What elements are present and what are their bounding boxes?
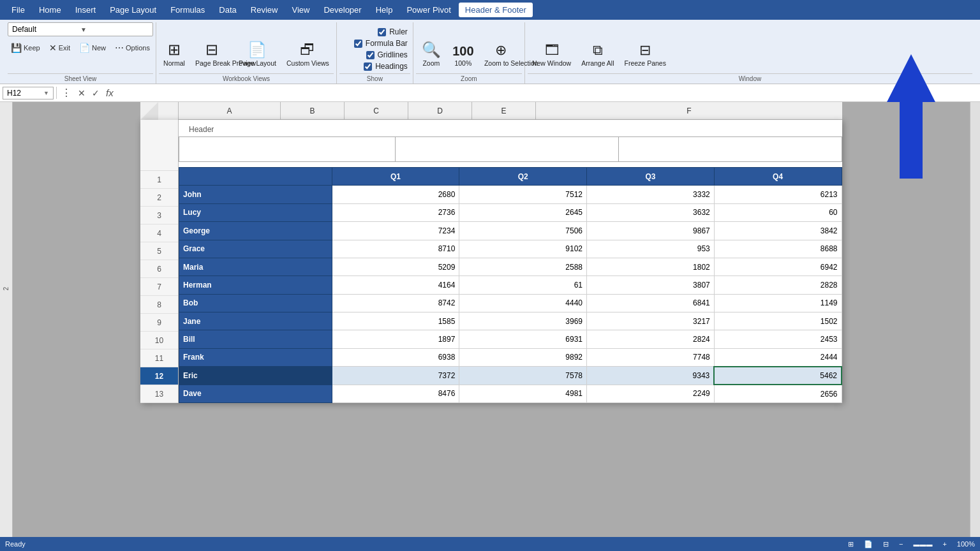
left-indicator-text: 2 bbox=[3, 287, 10, 291]
page-break-preview-button[interactable]: ⊟ Page Break Preview bbox=[191, 39, 233, 71]
insert-function-button[interactable]: fx bbox=[104, 87, 115, 98]
normal-view-icon: ⊞ bbox=[168, 42, 181, 57]
new-icon: 📄 bbox=[79, 43, 90, 53]
new-button[interactable]: 📄 New bbox=[76, 41, 109, 54]
table-header-row: Q1 Q2 Q3 Q4 bbox=[179, 168, 842, 186]
menu-bar: File Home Insert Page Layout Formulas Da… bbox=[0, 0, 980, 20]
arrange-all-icon: ⧉ bbox=[593, 43, 603, 57]
formula-bar-checkbox-row[interactable]: Formula Bar bbox=[354, 39, 408, 48]
name-box[interactable]: H12 ▼ bbox=[3, 87, 54, 99]
options-icon: ⋯ bbox=[115, 43, 124, 53]
keep-button[interactable]: 💾 Keep bbox=[8, 41, 43, 54]
cancel-formula-button[interactable]: ✕ bbox=[76, 88, 87, 98]
new-window-label: New Window bbox=[532, 59, 571, 68]
zoom-icon: 🔍 bbox=[422, 42, 441, 57]
arrange-all-button[interactable]: ⧉ Arrange All bbox=[577, 40, 618, 71]
menu-page-layout[interactable]: Page Layout bbox=[103, 3, 163, 17]
keep-icon: 💾 bbox=[11, 43, 22, 53]
table-row[interactable]: Herman 4164 61 3807 2828 bbox=[179, 276, 842, 294]
ruler-checkbox-row[interactable]: Ruler bbox=[378, 27, 408, 36]
formula-bar-buttons: ⋮ ✕ ✓ fx bbox=[56, 87, 118, 99]
menu-file[interactable]: File bbox=[5, 3, 31, 17]
formula-options-icon[interactable]: ⋮ bbox=[59, 87, 73, 99]
menu-developer[interactable]: Developer bbox=[317, 3, 368, 17]
status-zoom-out-icon[interactable]: − bbox=[899, 540, 903, 548]
table-row[interactable]: Bob 8742 4440 6841 1149 bbox=[179, 294, 842, 312]
col-header-F[interactable]: F bbox=[536, 102, 842, 119]
header-input-center[interactable] bbox=[396, 136, 619, 162]
sheet-view-group: Default ▼ 💾 Keep ✕ Exit 📄 bbox=[5, 22, 156, 84]
name-box-arrow-icon: ▼ bbox=[43, 90, 49, 96]
menu-power-pivot[interactable]: Power Pivot bbox=[400, 3, 457, 17]
status-zoom-in-icon[interactable]: + bbox=[942, 540, 946, 548]
menu-review[interactable]: Review bbox=[244, 3, 285, 17]
status-zoom-slider[interactable]: ▬▬▬ bbox=[913, 541, 932, 548]
menu-help[interactable]: Help bbox=[369, 3, 399, 17]
status-zoom-level: 100% bbox=[957, 540, 975, 548]
header-input-right[interactable] bbox=[619, 136, 842, 162]
zoom-100-button[interactable]: 100 100% bbox=[448, 41, 479, 71]
col-header-q1: Q1 bbox=[332, 168, 459, 186]
exit-button[interactable]: ✕ Exit bbox=[46, 41, 73, 54]
menu-data[interactable]: Data bbox=[212, 3, 242, 17]
row-num-header-spacer bbox=[140, 120, 178, 171]
custom-views-button[interactable]: 🗗 Custom Views bbox=[282, 39, 334, 71]
menu-header-footer[interactable]: Header & Footer bbox=[459, 3, 533, 17]
gridlines-checkbox-row[interactable]: Gridlines bbox=[366, 50, 408, 59]
normal-view-button[interactable]: ⊞ Normal bbox=[159, 39, 189, 71]
freeze-panes-button[interactable]: ⊟ Freeze Panes bbox=[620, 40, 671, 71]
menu-view[interactable]: View bbox=[285, 3, 316, 17]
confirm-formula-button[interactable]: ✓ bbox=[90, 88, 101, 98]
table-row[interactable]: Bill 1897 6931 2824 2453 bbox=[179, 330, 842, 348]
table-row[interactable]: Maria 5209 2588 1802 6942 bbox=[179, 258, 842, 276]
new-window-icon: 🗔 bbox=[545, 43, 559, 57]
row-num-3: 3 bbox=[140, 207, 178, 224]
status-view-break-icon[interactable]: ⊟ bbox=[883, 540, 889, 548]
menu-home[interactable]: Home bbox=[33, 3, 68, 17]
row-num-5: 5 bbox=[140, 242, 178, 260]
sheet-view-dropdown[interactable]: Default ▼ bbox=[8, 22, 153, 36]
dropdown-arrow-icon: ▼ bbox=[80, 26, 149, 33]
formula-bar-checkbox[interactable] bbox=[354, 40, 362, 48]
header-inputs-row bbox=[179, 136, 842, 167]
headings-checkbox[interactable] bbox=[364, 62, 372, 71]
left-indicator: 2 bbox=[0, 102, 13, 537]
table-row[interactable]: Grace 8710 9102 953 8688 bbox=[179, 240, 842, 258]
col-header-q3: Q3 bbox=[587, 168, 715, 186]
table-row[interactable]: Dave 8476 4981 2249 2656 bbox=[179, 385, 842, 403]
col-header-B[interactable]: B bbox=[281, 102, 345, 119]
table-row-selected[interactable]: Eric 7372 7578 9343 5462 bbox=[179, 367, 842, 385]
zoom-label: Zoom bbox=[416, 73, 522, 84]
menu-formulas[interactable]: Formulas bbox=[164, 3, 211, 17]
col-header-C[interactable]: C bbox=[345, 102, 408, 119]
exit-icon: ✕ bbox=[49, 43, 57, 53]
status-view-layout-icon[interactable]: 📄 bbox=[864, 540, 873, 548]
header-input-left[interactable] bbox=[179, 136, 396, 162]
new-window-button[interactable]: 🗔 New Window bbox=[528, 40, 575, 71]
page-layout-button[interactable]: 📄 Page Layout bbox=[234, 39, 281, 71]
table-row[interactable]: Frank 6938 9892 7748 2444 bbox=[179, 348, 842, 366]
page-break-preview-icon: ⊟ bbox=[205, 42, 218, 57]
table-row[interactable]: George 7234 7506 9867 3842 bbox=[179, 222, 842, 240]
col-header-D[interactable]: D bbox=[408, 102, 472, 119]
zoom-button[interactable]: 🔍 Zoom bbox=[416, 39, 447, 71]
col-header-E[interactable]: E bbox=[472, 102, 536, 119]
right-scrollbar[interactable] bbox=[970, 102, 980, 537]
gridlines-checkbox[interactable] bbox=[366, 51, 375, 59]
row-num-2: 2 bbox=[140, 189, 178, 207]
status-view-normal-icon[interactable]: ⊞ bbox=[848, 540, 854, 548]
zoom-selection-button[interactable]: ⊕ Zoom to Selection bbox=[480, 40, 522, 71]
menu-insert[interactable]: Insert bbox=[69, 3, 103, 17]
col-header-A[interactable]: A bbox=[179, 102, 281, 119]
table-row[interactable]: John 2680 7512 3332 6213 bbox=[179, 186, 842, 203]
row-num-12: 12 bbox=[140, 367, 178, 385]
spreadsheet-area: 2 A B C D E F 1 bbox=[0, 102, 980, 537]
table-row[interactable]: Jane 1585 3969 3217 1502 bbox=[179, 312, 842, 330]
table-row[interactable]: Lucy 2736 2645 3632 60 bbox=[179, 203, 842, 221]
row-num-6: 6 bbox=[140, 260, 178, 278]
ruler-checkbox[interactable] bbox=[378, 28, 386, 36]
options-button[interactable]: ⋯ Options bbox=[112, 41, 153, 54]
page-layout-icon: 📄 bbox=[248, 42, 267, 57]
headings-checkbox-row[interactable]: Headings bbox=[364, 62, 408, 71]
formula-input[interactable] bbox=[121, 87, 977, 99]
